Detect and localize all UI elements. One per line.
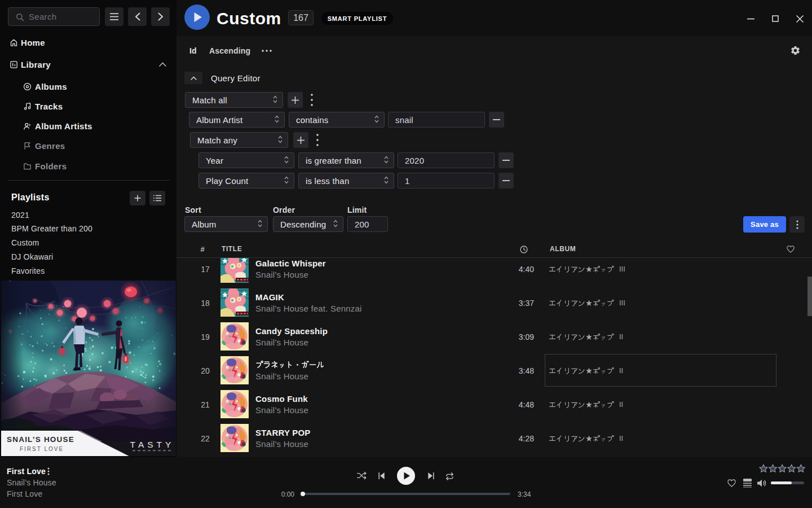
svg-text:SNAIL’S HOUSE: SNAIL’S HOUSE (7, 435, 74, 444)
svg-text:FIRST LOVE: FIRST LOVE (20, 446, 64, 452)
svg-text:TASTY: TASTY (130, 440, 175, 449)
